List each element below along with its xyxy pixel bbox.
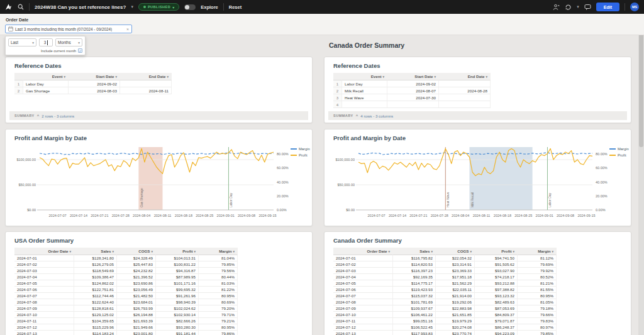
table-row[interactable]: 2024-07-01$128,341.80$24,328.49$104,013.…	[14, 255, 238, 261]
cell[interactable]: $119,423.93	[393, 287, 436, 293]
cell[interactable]: $22,035.11	[436, 287, 475, 293]
cell[interactable]: 2024-07-11	[333, 318, 393, 324]
cell[interactable]: 79.21%	[199, 318, 238, 324]
cell[interactable]: $21,562.29	[436, 280, 475, 287]
summary-bar[interactable]: SUMMARY 4 rows - 3 columns	[328, 111, 627, 120]
table-row[interactable]: 2024-07-11$104,359.65$21,693.39$82,666.2…	[14, 318, 238, 324]
search-icon[interactable]	[17, 4, 24, 11]
share-user-icon[interactable]	[553, 4, 560, 11]
cell[interactable]: $104,013.31	[156, 255, 199, 261]
cell[interactable]	[439, 101, 491, 108]
range-count-input[interactable]: 3	[39, 38, 53, 47]
table-row[interactable]: 2024-07-09$128,818.61$26,793.99$102,024.…	[14, 305, 238, 312]
cell[interactable]: 2024-07-08	[14, 299, 74, 305]
column-header[interactable]: End Date	[439, 73, 491, 80]
table-row[interactable]: 2024-07-12$115,229.96$21,949.66$93,280.3…	[14, 324, 238, 331]
cell[interactable]: $87,053.69	[475, 305, 518, 312]
cell[interactable]: 2024-07-01	[14, 255, 74, 261]
cell[interactable]: 2024-07-13	[333, 331, 393, 335]
cell[interactable]: $23,369.33	[436, 268, 475, 274]
cell[interactable]: 79.69%	[518, 261, 557, 268]
column-header[interactable]: Margin	[518, 248, 557, 255]
cell[interactable]: $26,194.88	[117, 312, 156, 318]
cell[interactable]: $24,232.82	[117, 268, 156, 274]
cell[interactable]: $98,940.39	[156, 299, 199, 305]
cell[interactable]: $22,054.32	[436, 255, 475, 261]
table-row[interactable]: 2Gas Shortage2024-08-032024-08-11	[14, 87, 172, 94]
table-row[interactable]: 3Heat Wave2024-07-30	[333, 94, 491, 101]
table-row[interactable]: 2024-07-10$129,125.02$26,194.88$102,930.…	[14, 312, 238, 318]
cell[interactable]: 2024-07-12	[333, 324, 393, 331]
cell[interactable]: $21,482.50	[117, 293, 156, 299]
cell[interactable]: $93,280.30	[156, 324, 199, 331]
cell[interactable]: 2024-07-13	[14, 331, 74, 335]
table-row[interactable]: 2024-07-05$124,862.02$23,690.86$101,171.…	[14, 280, 238, 287]
cell[interactable]: 81.21%	[518, 280, 557, 287]
table-row[interactable]: 2024-07-09$109,937.67$22,883.98$87,053.6…	[333, 305, 557, 312]
table-row[interactable]: 2024-07-07$112,744.46$21,482.50$91,261.9…	[14, 293, 238, 299]
cell[interactable]: 79.18%	[518, 305, 557, 312]
column-header[interactable]: Event	[342, 73, 387, 80]
column-header[interactable]: Event	[23, 73, 69, 80]
cell[interactable]: 81.55%	[518, 287, 557, 293]
cell[interactable]: 81.04%	[199, 255, 238, 261]
row-number-header[interactable]	[14, 73, 23, 80]
table-row[interactable]: 2024-07-07$115,037.32$21,914.00$93,123.3…	[333, 293, 557, 299]
cell[interactable]: 2024-07-03	[333, 268, 393, 274]
cell[interactable]: $94,316.87	[156, 268, 199, 274]
column-header[interactable]: COGS	[117, 248, 156, 255]
cell[interactable]: $126,279.05	[74, 261, 117, 268]
column-header[interactable]: Order Date	[14, 248, 74, 255]
cell[interactable]	[342, 101, 387, 108]
cell[interactable]: $91,261.96	[156, 293, 199, 299]
cell[interactable]: 2	[14, 87, 23, 94]
cell[interactable]: 2024-09-02	[69, 80, 120, 87]
column-header[interactable]: Start Date	[69, 73, 120, 80]
table-row[interactable]: 2024-07-11$99,051.16$19,979.29$79,071.87…	[333, 318, 557, 324]
range-unit-select[interactable]: Months	[55, 38, 82, 47]
cell[interactable]: $92,169.35	[393, 274, 436, 280]
legend-item[interactable]: Margin	[609, 147, 629, 151]
cell[interactable]: $104,359.65	[74, 318, 117, 324]
table-row[interactable]: 2024-07-10$106,461.22$21,651.85$84,809.3…	[333, 312, 557, 318]
cell[interactable]: 79.71%	[199, 312, 238, 318]
cell[interactable]: Gas Shortage	[23, 87, 69, 94]
cell[interactable]: 2024-07-10	[333, 312, 393, 318]
cell[interactable]: $74,218.17	[475, 274, 518, 280]
cell[interactable]: 2024-08-28	[439, 87, 491, 94]
table-row[interactable]: 2024-07-08$122,624.40$23,684.01$98,940.3…	[14, 299, 238, 305]
cell[interactable]: $122,624.40	[74, 299, 117, 305]
cell[interactable]: $101,171.16	[156, 280, 199, 287]
cell[interactable]: $101,781.69	[393, 299, 436, 305]
table-row[interactable]: 1Labor Day2024-09-02	[14, 80, 172, 87]
cell[interactable]: $117,993.83	[393, 331, 436, 335]
cell[interactable]: $106,461.22	[393, 312, 436, 318]
cell[interactable]: $21,914.00	[436, 293, 475, 299]
cell[interactable]: 1	[14, 80, 23, 87]
cell[interactable]: 2024-07-06	[333, 287, 393, 293]
published-badge[interactable]: PUBLISHED	[138, 3, 179, 11]
table-row[interactable]: 2024-07-04$92,169.35$17,951.18$74,218.17…	[333, 274, 557, 280]
legend-item[interactable]: Margin	[291, 147, 310, 151]
cell[interactable]: $112,744.46	[74, 293, 117, 299]
cell[interactable]: 4	[333, 101, 342, 108]
cell[interactable]: 2024-08-11	[120, 87, 172, 94]
cell[interactable]: $23,770.74	[436, 331, 475, 335]
table-row[interactable]: 2024-07-03$118,549.69$24,232.82$94,316.8…	[14, 268, 238, 274]
cell[interactable]: $82,489.63	[475, 299, 518, 305]
cell[interactable]: 81.05%	[518, 299, 557, 305]
cell[interactable]: Heat Wave	[342, 94, 387, 101]
column-header[interactable]: Sales	[393, 248, 436, 255]
cell[interactable]: $114,183.24	[74, 331, 117, 335]
column-header[interactable]: Margin	[199, 248, 238, 255]
include-current-month-checkbox[interactable]	[78, 48, 82, 53]
refresh-icon[interactable]	[565, 4, 572, 11]
cell[interactable]: 80.69%	[199, 299, 238, 305]
cell[interactable]: 2024-07-09	[333, 305, 393, 312]
cell[interactable]: $23,314.91	[436, 261, 475, 268]
cell[interactable]: $23,684.01	[117, 299, 156, 305]
cell[interactable]: $87,989.95	[156, 274, 199, 280]
cell[interactable]: Labor Day	[342, 80, 387, 87]
cell[interactable]: $82,666.26	[156, 318, 199, 324]
cell[interactable]: 2	[333, 87, 342, 94]
